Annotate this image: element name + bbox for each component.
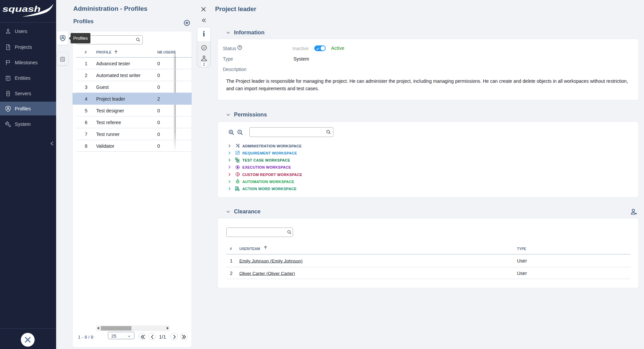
svg-text:squash: squash <box>2 5 41 13</box>
